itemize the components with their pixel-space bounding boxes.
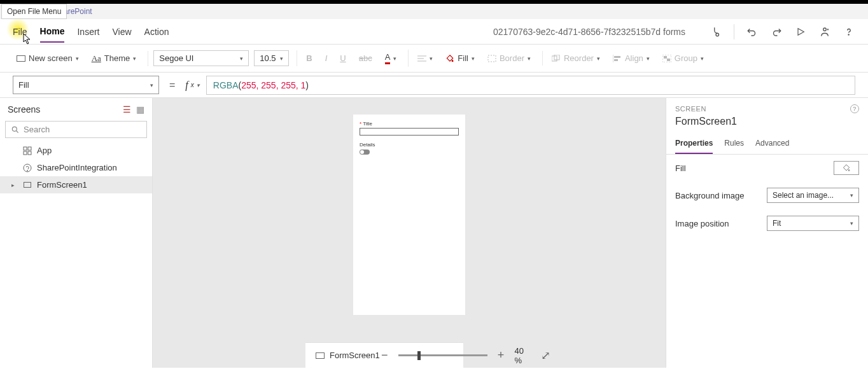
help-icon[interactable] — [843, 25, 855, 38]
field-title-input[interactable] — [360, 128, 459, 136]
field-details-toggle[interactable] — [360, 150, 370, 155]
svg-rect-18 — [28, 147, 31, 150]
tree-item-formscreen[interactable]: ▸ FormScreen1 — [0, 176, 152, 193]
tree-search-input[interactable]: Search — [5, 121, 147, 138]
menu-home[interactable]: Home — [40, 21, 65, 43]
fill-button[interactable]: Fill▾ — [442, 51, 479, 66]
align-objects-button[interactable]: Align▾ — [609, 51, 654, 66]
tab-properties[interactable]: Properties — [675, 134, 713, 154]
svg-line-16 — [17, 130, 18, 132]
svg-point-1 — [823, 28, 827, 31]
expand-icon[interactable]: ▸ — [11, 182, 18, 188]
phone-preview[interactable]: * Title Details — [353, 115, 465, 315]
undo-icon[interactable] — [746, 25, 759, 38]
new-screen-button[interactable]: New screen▾ — [13, 51, 83, 66]
font-size-select[interactable]: 10.5▾ — [254, 50, 289, 66]
prop-bgimage-label: Background image — [675, 191, 744, 200]
zoom-out-button[interactable]: − — [380, 349, 389, 362]
canvas-area[interactable]: * Title Details FormScreen1 − + 40 % ⤢ — [153, 98, 666, 368]
svg-rect-19 — [24, 151, 27, 155]
status-screen-name: FormScreen1 — [330, 351, 380, 360]
menu-view[interactable]: View — [112, 22, 131, 42]
font-color-button[interactable]: A▾ — [381, 50, 401, 67]
font-select[interactable]: Segoe UI▾ — [153, 50, 249, 66]
zoom-level: 40 % — [515, 346, 533, 365]
group-button[interactable]: Group▾ — [659, 51, 708, 66]
svg-point-22 — [27, 170, 28, 171]
zoom-in-button[interactable]: + — [496, 349, 506, 362]
tree-item-app[interactable]: App — [0, 142, 152, 159]
prop-element-name: FormScreen1 — [666, 113, 868, 134]
play-icon[interactable] — [794, 25, 807, 38]
field-details-label: Details — [360, 142, 375, 148]
svg-rect-14 — [667, 59, 670, 61]
tab-advanced[interactable]: Advanced — [755, 134, 789, 154]
align-text-button[interactable]: ▾ — [414, 52, 437, 65]
svg-rect-17 — [24, 147, 27, 150]
tree-grid-view-icon[interactable]: ▦ — [136, 104, 144, 115]
tree-item-sharepoint[interactable]: SharePointIntegration — [0, 159, 152, 176]
app-icon — [23, 146, 32, 155]
property-selector[interactable]: Fill▾ — [13, 76, 159, 94]
prop-imagepos-label: Image position — [675, 219, 729, 228]
bold-button[interactable]: B — [302, 51, 316, 66]
svg-rect-13 — [664, 56, 667, 59]
tab-rules[interactable]: Rules — [724, 134, 744, 154]
prop-bgimage-select[interactable]: Select an image...▾ — [767, 188, 859, 203]
svg-rect-11 — [614, 59, 618, 61]
prop-help-icon[interactable]: ? — [850, 104, 859, 113]
reorder-button[interactable]: Reorder▾ — [548, 51, 604, 66]
cursor-icon — [23, 33, 32, 46]
file-menu-tooltip: Open File Menu — [1, 4, 67, 19]
fit-screen-button[interactable]: ⤢ — [541, 349, 550, 363]
svg-rect-10 — [614, 56, 620, 58]
fx-button[interactable]: fx▾ — [185, 80, 199, 91]
svg-rect-6 — [488, 55, 496, 62]
redo-icon[interactable] — [770, 25, 783, 38]
screen-icon — [23, 181, 32, 190]
prop-imagepos-select[interactable]: Fit▾ — [767, 216, 859, 231]
app-checker-icon[interactable] — [710, 25, 722, 38]
svg-point-0 — [716, 33, 719, 36]
svg-point-2 — [848, 34, 849, 34]
tree-list-view-icon[interactable]: ☰ — [123, 104, 131, 115]
svg-rect-20 — [28, 151, 31, 155]
share-icon[interactable] — [818, 25, 831, 38]
menu-insert[interactable]: Insert — [77, 22, 99, 42]
formula-input[interactable]: RGBA(255, 255, 255, 1) — [206, 76, 855, 95]
svg-point-15 — [12, 127, 17, 131]
tree-title: Screens — [8, 104, 40, 115]
status-screen-icon — [316, 352, 325, 359]
prop-fill-label: Fill — [675, 164, 686, 173]
zoom-slider[interactable] — [398, 354, 487, 356]
integration-icon — [23, 164, 32, 172]
document-title: 02170763-9e2c-4d71-8656-7f3232515b7d for… — [493, 27, 685, 37]
brand-bar: arePoint — [0, 4, 868, 19]
border-button[interactable]: Border▾ — [484, 51, 535, 66]
field-title-label: Title — [363, 121, 372, 127]
equals-label: = — [169, 80, 175, 91]
underline-button[interactable]: U — [336, 51, 349, 66]
theme-button[interactable]: AaTheme▾ — [88, 51, 141, 66]
italic-button[interactable]: I — [321, 51, 332, 66]
prop-fill-swatch[interactable] — [834, 161, 859, 175]
strike-button[interactable]: abc — [355, 51, 376, 66]
prop-category-label: SCREEN — [675, 105, 706, 113]
menu-action[interactable]: Action — [144, 22, 169, 42]
